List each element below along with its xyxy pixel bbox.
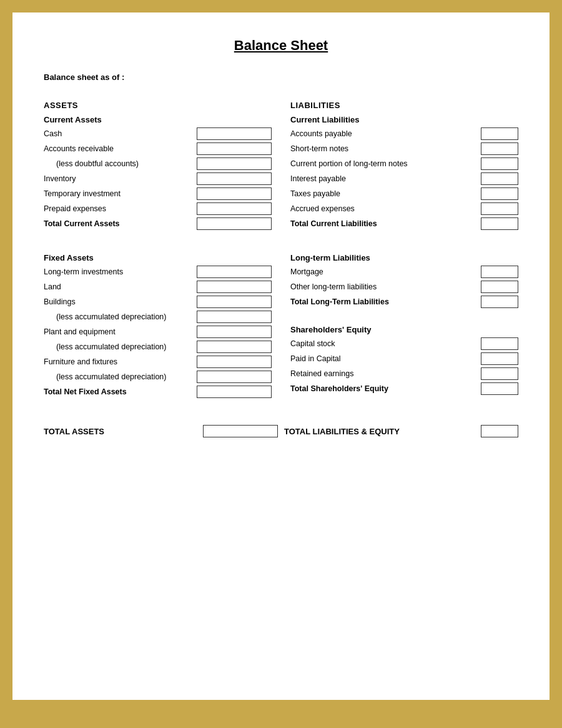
total-long-term-label: Total Long-Term Liabilities <box>290 297 481 306</box>
accrued-expenses-input[interactable] <box>481 202 518 215</box>
plant-equipment-label: Plant and equipment <box>44 327 197 336</box>
list-item: Accounts payable <box>290 127 518 141</box>
accounts-receivable-input[interactable] <box>197 142 272 155</box>
interest-payable-label: Interest payable <box>290 174 481 183</box>
current-portion-label: Current portion of long-term notes <box>290 159 481 168</box>
list-item: Prepaid expenses <box>44 202 272 216</box>
list-item: (less accumulated depreciation) <box>44 340 272 354</box>
page-title: Balance Sheet <box>44 37 518 54</box>
cash-label: Cash <box>44 129 197 138</box>
total-liabilities-equity-input[interactable] <box>481 425 518 437</box>
total-net-fixed-assets-label: Total Net Fixed Assets <box>44 387 197 396</box>
page: Balance Sheet Balance sheet as of : ASSE… <box>12 12 550 700</box>
less-doubtful-label: (less doubtful accounts) <box>44 159 197 168</box>
mortgage-label: Mortgage <box>290 267 481 276</box>
long-term-liabilities-header: Long-term Liabilities <box>290 253 518 262</box>
total-net-fixed-assets-input[interactable] <box>197 386 272 398</box>
assets-column: ASSETS Current Assets Cash Accounts rece… <box>44 101 284 400</box>
current-portion-input[interactable] <box>481 157 518 170</box>
interest-payable-input[interactable] <box>481 172 518 185</box>
list-item: Buildings <box>44 295 272 309</box>
prepaid-expenses-label: Prepaid expenses <box>44 204 197 213</box>
less-accum-dep-plant-input[interactable] <box>197 341 272 353</box>
list-item: (less accumulated depreciation) <box>44 310 272 324</box>
fixed-assets-header: Fixed Assets <box>44 253 272 262</box>
total-long-term-input[interactable] <box>481 296 518 308</box>
retained-earnings-label: Retained earnings <box>290 369 481 378</box>
list-item: Mortgage <box>290 265 518 279</box>
totals-row: TOTAL ASSETS TOTAL LIABILITIES & EQUITY <box>44 419 518 437</box>
furniture-fixtures-input[interactable] <box>197 356 272 368</box>
liabilities-header: LIABILITIES <box>290 101 518 110</box>
list-item: Cash <box>44 127 272 141</box>
list-item: Short-term notes <box>290 142 518 156</box>
total-net-fixed-assets-row: Total Net Fixed Assets <box>44 385 272 399</box>
less-doubtful-input[interactable] <box>197 157 272 170</box>
short-term-notes-label: Short-term notes <box>290 144 481 153</box>
list-item: Inventory <box>44 172 272 186</box>
total-current-liabilities-input[interactable] <box>481 217 518 230</box>
buildings-input[interactable] <box>197 296 272 308</box>
less-accum-dep-furniture-label: (less accumulated depreciation) <box>44 372 197 381</box>
list-item: Paid in Capital <box>290 352 518 366</box>
less-accum-dep-plant-label: (less accumulated depreciation) <box>44 342 197 351</box>
list-item: Taxes payable <box>290 187 518 201</box>
land-input[interactable] <box>197 281 272 293</box>
inventory-label: Inventory <box>44 174 197 183</box>
total-assets-section: TOTAL ASSETS <box>44 425 278 437</box>
total-current-assets-label: Total Current Assets <box>44 219 197 228</box>
cash-input[interactable] <box>197 127 272 140</box>
less-accum-dep-buildings-input[interactable] <box>197 311 272 323</box>
capital-stock-input[interactable] <box>481 337 518 350</box>
paid-in-capital-input[interactable] <box>481 352 518 365</box>
list-item: Interest payable <box>290 172 518 186</box>
list-item: Accrued expenses <box>290 202 518 216</box>
total-shareholders-equity-label: Total Shareholders' Equity <box>290 384 481 393</box>
list-item: Other long-term liabilities <box>290 280 518 294</box>
prepaid-expenses-input[interactable] <box>197 202 272 215</box>
accounts-payable-input[interactable] <box>481 127 518 140</box>
subtitle: Balance sheet as of : <box>44 72 518 82</box>
long-term-investments-label: Long-term investments <box>44 267 197 276</box>
total-liabilities-equity-label: TOTAL LIABILITIES & EQUITY <box>284 427 481 436</box>
furniture-fixtures-label: Furniture and fixtures <box>44 357 197 366</box>
plant-equipment-input[interactable] <box>197 326 272 338</box>
current-assets-header: Current Assets <box>44 115 272 124</box>
list-item: Temporary investment <box>44 187 272 201</box>
list-item: Plant and equipment <box>44 325 272 339</box>
mortgage-input[interactable] <box>481 266 518 278</box>
total-current-assets-input[interactable] <box>197 217 272 230</box>
accounts-payable-label: Accounts payable <box>290 129 481 138</box>
list-item: Retained earnings <box>290 367 518 381</box>
accrued-expenses-label: Accrued expenses <box>290 204 481 213</box>
total-current-liabilities-row: Total Current Liabilities <box>290 217 518 231</box>
shareholders-equity-header: Shareholders' Equity <box>290 325 518 334</box>
retained-earnings-input[interactable] <box>481 367 518 380</box>
total-current-assets-row: Total Current Assets <box>44 217 272 231</box>
short-term-notes-input[interactable] <box>481 142 518 155</box>
taxes-payable-input[interactable] <box>481 187 518 200</box>
land-label: Land <box>44 282 197 291</box>
current-liabilities-header: Current Liabilities <box>290 115 518 124</box>
total-shareholders-equity-row: Total Shareholders' Equity <box>290 382 518 396</box>
long-term-investments-input[interactable] <box>197 266 272 278</box>
less-accum-dep-buildings-label: (less accumulated depreciation) <box>44 312 197 321</box>
total-current-liabilities-label: Total Current Liabilities <box>290 219 481 228</box>
less-accum-dep-furniture-input[interactable] <box>197 371 272 383</box>
list-item: (less accumulated depreciation) <box>44 370 272 384</box>
list-item: Accounts receivable <box>44 142 272 156</box>
liabilities-column: LIABILITIES Current Liabilities Accounts… <box>284 101 518 400</box>
total-long-term-liabilities-row: Total Long-Term Liabilities <box>290 295 518 309</box>
inventory-input[interactable] <box>197 172 272 185</box>
list-item: Capital stock <box>290 337 518 351</box>
paid-in-capital-label: Paid in Capital <box>290 354 481 363</box>
other-long-term-input[interactable] <box>481 281 518 293</box>
total-assets-input[interactable] <box>203 425 278 437</box>
temp-investment-input[interactable] <box>197 187 272 200</box>
list-item: Furniture and fixtures <box>44 355 272 369</box>
capital-stock-label: Capital stock <box>290 339 481 348</box>
list-item: Long-term investments <box>44 265 272 279</box>
total-shareholders-equity-input[interactable] <box>481 382 518 395</box>
assets-header: ASSETS <box>44 101 272 110</box>
accounts-receivable-label: Accounts receivable <box>44 144 197 153</box>
